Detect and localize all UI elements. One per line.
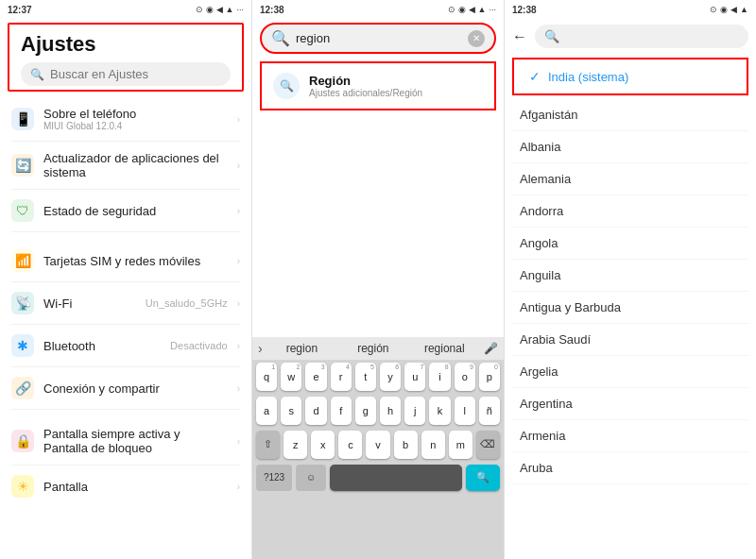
settings-item-phone[interactable]: 📱 Sobre el teléfono MIUI Global 12.0.4 › [0,99,251,139]
wifi-label: Wi-Fi [43,296,136,311]
word-suggestion-2[interactable]: región [341,342,404,355]
settings-item-bluetooth[interactable]: ✱ Bluetooth Desactivado › [0,327,251,364]
country-item[interactable]: Angola [512,228,748,260]
key-w[interactable]: 2w [281,363,301,391]
region-header: ← 🔍 [505,19,756,54]
settings-list: 📱 Sobre el teléfono MIUI Global 12.0.4 ›… [0,95,251,559]
status-bar-3: 12:38 ⊙ ◉ ◀ ▲ [505,0,756,19]
country-item[interactable]: Alemania [512,163,748,195]
key-g[interactable]: g [355,397,376,425]
settings-search-input[interactable] [50,67,221,81]
key-z[interactable]: z [284,431,307,459]
updater-chevron: › [237,161,240,171]
key-backspace[interactable]: ⌫ [476,431,500,459]
country-item[interactable]: Afganistán [512,99,748,131]
key-x[interactable]: x [311,431,335,459]
key-m[interactable]: m [449,431,472,459]
country-list: Afganistán Albania Alemania Andorra Ango… [505,99,756,559]
connection-chevron: › [237,383,240,394]
key-b[interactable]: b [394,431,418,459]
bluetooth-label: Bluetooth [43,339,161,353]
key-enter[interactable]: 🔍 [466,465,500,491]
country-item[interactable]: Armenia [512,420,748,452]
keyboard-row-2: a s d f g h j k l ñ [252,394,504,428]
search-suggestion[interactable]: 🔍 Región Ajustes adicionales/Región [260,61,496,110]
divider-5 [11,324,240,325]
country-item[interactable]: Anguila [512,260,748,292]
bluetooth-chevron: › [237,341,240,351]
suggestions-arrow[interactable]: › [258,341,263,356]
clear-search-button[interactable]: ✕ [468,30,485,47]
suggestion-main: Región [309,74,422,88]
time-3: 12:38 [512,5,537,15]
settings-item-security[interactable]: 🛡 Estado de seguridad › [0,192,251,229]
key-t[interactable]: 5t [355,363,376,391]
spacer-search [252,114,504,337]
key-d[interactable]: d [305,397,326,425]
key-y[interactable]: 6y [380,363,401,391]
keyboard-row-bottom: ?123 ☺ 🔍 [252,462,504,496]
key-n[interactable]: n [421,431,445,459]
country-item[interactable]: Arabia Saudí [512,324,748,356]
key-num-toggle[interactable]: ?123 [256,465,292,491]
country-item[interactable]: Antigua y Barbuda [512,292,748,324]
key-k[interactable]: k [429,397,450,425]
key-p[interactable]: 0p [479,363,500,391]
country-item[interactable]: Albania [512,131,748,163]
search-input-value: region [296,31,462,45]
country-item[interactable]: Argelia [512,356,748,388]
key-h[interactable]: h [380,397,401,425]
key-shift[interactable]: ⇧ [256,431,280,459]
phone-icon: 📱 [11,108,34,130]
key-e[interactable]: 3e [305,363,326,391]
wifi-value: Un_saludo_5GHz [146,297,228,309]
key-c[interactable]: c [338,431,362,459]
security-label: Estado de seguridad [43,204,228,218]
word-suggestion-3[interactable]: regional [413,342,476,355]
key-s[interactable]: s [281,397,301,425]
selected-region-label: India (sistema) [548,70,628,84]
display-label: Pantalla [43,480,228,494]
phone-sublabel: MIUI Global 12.0.4 [43,121,228,131]
word-suggestion-1[interactable]: region [270,342,334,355]
key-v[interactable]: v [366,431,389,459]
security-chevron: › [237,206,240,216]
key-n-tilde[interactable]: ñ [479,397,500,425]
divider-6 [11,366,240,367]
country-item[interactable]: Andorra [512,195,748,228]
settings-item-wifi[interactable]: 📡 Wi-Fi Un_saludo_5GHz › [0,284,251,322]
key-q[interactable]: 1q [256,363,277,391]
divider-4 [11,281,240,282]
key-o[interactable]: 9o [455,363,475,391]
status-bar-1: 12:37 ⊙ ◉ ◀ ▲ ··· [0,0,251,19]
settings-search-box[interactable]: 🔍 [21,62,231,86]
key-l[interactable]: l [455,397,475,425]
country-item[interactable]: Argentina [512,388,748,420]
mic-icon[interactable]: 🎤 [484,342,498,355]
selected-region-item[interactable]: ✓ India (sistema) [512,58,748,95]
key-space[interactable] [330,465,462,491]
key-r[interactable]: 4r [331,363,352,391]
settings-item-connection[interactable]: 🔗 Conexión y compartir › [0,369,251,407]
settings-item-display[interactable]: ☀ Pantalla › [0,467,251,505]
bluetooth-value: Desactivado [170,340,228,351]
display-icon: ☀ [11,475,34,498]
key-i[interactable]: 8i [429,363,450,391]
settings-item-updater[interactable]: 🔄 Actualizador de aplicaciones del siste… [0,144,251,187]
connection-icon: 🔗 [11,377,34,399]
search-bar[interactable]: 🔍 region ✕ [260,23,496,54]
country-item[interactable]: Aruba [512,452,748,484]
key-j[interactable]: j [404,397,425,425]
key-a[interactable]: a [256,397,277,425]
settings-item-sim[interactable]: 📶 Tarjetas SIM y redes móviles › [0,242,251,280]
updater-icon: 🔄 [11,154,34,177]
display-chevron: › [237,482,240,492]
panel-region: 12:38 ⊙ ◉ ◀ ▲ ← 🔍 ✓ India (sistema) Afga… [505,0,756,559]
key-emoji[interactable]: ☺ [296,465,326,491]
key-u[interactable]: 7u [404,363,425,391]
back-button[interactable]: ← [512,28,527,45]
divider-7 [11,409,240,410]
settings-item-screen-lock[interactable]: 🔒 Pantalla siempre activa y Pantalla de … [0,419,251,463]
region-search-box[interactable]: 🔍 [535,25,748,48]
key-f[interactable]: f [331,397,352,425]
